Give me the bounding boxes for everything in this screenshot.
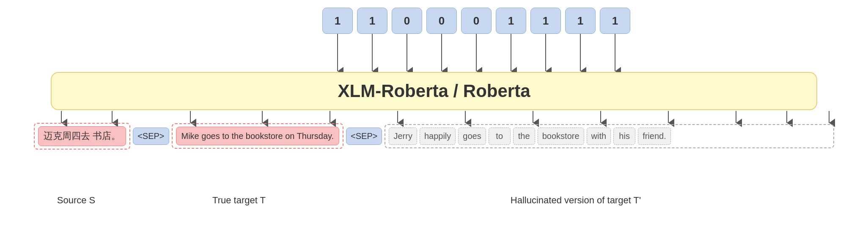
output-token-3: 0 [426,8,457,34]
hall-token-4: the [513,128,535,145]
diagram-container: 1 1 0 0 0 1 1 1 1 XLM-Roberta / Roberta … [0,0,868,233]
sep-token-1: <SEP> [133,128,169,145]
true-target-group: Mike goes to the bookstore on Thursday. [172,123,344,149]
output-token-0: 1 [322,8,353,34]
label-hallucinated: Hallucinated version of target T' [317,195,834,206]
hall-token-0: Jerry [389,128,417,145]
sep-token-2: <SEP> [346,128,382,145]
hallucinated-group: Jerry happily goes to the bookstore with… [385,124,834,148]
output-token-2: 0 [392,8,422,34]
output-token-5: 1 [496,8,526,34]
output-token-row: 1 1 0 0 0 1 1 1 1 [85,8,868,34]
label-true-target: True target T [186,195,292,206]
output-token-8: 1 [600,8,630,34]
hall-token-5: bookstore [538,128,584,145]
hall-token-7: his [613,128,635,145]
hall-token-3: to [489,128,511,145]
hall-token-1: happily [420,128,456,145]
hall-token-2: goes [458,128,486,145]
source-group: 迈克周四去 书店。 [34,123,130,150]
output-token-6: 1 [530,8,561,34]
source-token: 迈克周四去 书店。 [38,126,126,146]
output-token-1: 1 [357,8,387,34]
input-row: 迈克周四去 书店。 <SEP> Mike goes to the booksto… [34,123,834,150]
labels-row: Source S True target T Hallucinated vers… [34,195,834,206]
output-token-4: 0 [461,8,492,34]
true-target-token: Mike goes to the bookstore on Thursday. [176,127,340,145]
hall-token-8: friend. [638,128,671,145]
output-token-7: 1 [565,8,596,34]
hall-token-6: with [587,128,611,145]
model-box: XLM-Roberta / Roberta [51,72,817,110]
model-label: XLM-Roberta / Roberta [338,81,530,101]
label-source: Source S [34,195,118,206]
